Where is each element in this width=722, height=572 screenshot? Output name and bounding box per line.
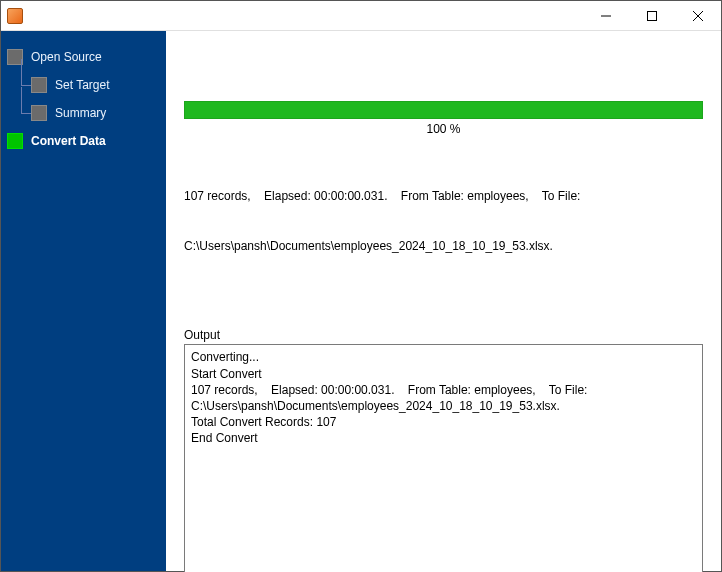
output-label: Output (184, 328, 703, 342)
maximize-button[interactable] (629, 1, 675, 31)
wizard-steps-sidebar: Open Source Set Target Summary Convert D… (1, 31, 166, 571)
status-text: 107 records, Elapsed: 00:00:00.031. From… (184, 154, 703, 288)
output-log[interactable]: Converting... Start Convert 107 records,… (184, 344, 703, 572)
step-summary[interactable]: Summary (7, 99, 166, 127)
step-set-target[interactable]: Set Target (7, 71, 166, 99)
status-line-1: 107 records, Elapsed: 00:00:00.031. From… (184, 188, 703, 205)
progress-bar (184, 101, 703, 119)
progress-percent: 100 % (184, 122, 703, 136)
step-label: Summary (55, 106, 106, 120)
minimize-button[interactable] (583, 1, 629, 31)
wizard-window: Open Source Set Target Summary Convert D… (0, 0, 722, 572)
step-label: Set Target (55, 78, 109, 92)
step-label: Convert Data (31, 134, 106, 148)
progress-area: 100 % (184, 101, 703, 136)
svg-rect-1 (648, 11, 657, 20)
step-label: Open Source (31, 50, 102, 64)
step-box-icon (31, 77, 47, 93)
titlebar (1, 1, 721, 31)
status-line-2: C:\Users\pansh\Documents\employees_2024_… (184, 238, 703, 255)
step-box-icon (7, 133, 23, 149)
window-controls (583, 1, 721, 31)
close-window-button[interactable] (675, 1, 721, 31)
main-panel: 100 % 107 records, Elapsed: 00:00:00.031… (166, 31, 721, 571)
step-open-source[interactable]: Open Source (7, 43, 166, 71)
step-box-icon (31, 105, 47, 121)
app-icon (7, 8, 23, 24)
step-convert-data[interactable]: Convert Data (7, 127, 166, 155)
